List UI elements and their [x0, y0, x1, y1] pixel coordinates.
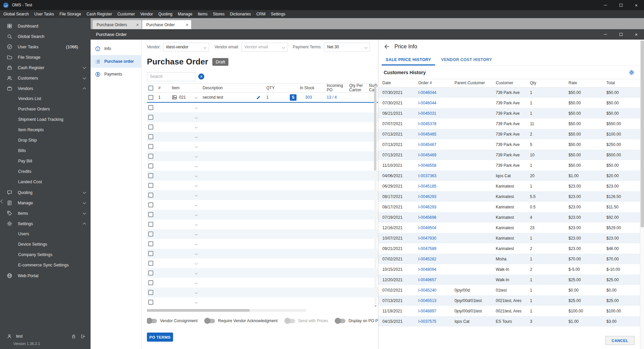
scrollbar-thumb[interactable] [147, 309, 250, 312]
item-dropdown-icon[interactable] [195, 165, 198, 167]
sidebar-subitem-landed-cost[interactable]: Landed Cost [0, 177, 91, 187]
item-dropdown-icon[interactable] [195, 126, 198, 128]
row-checkbox[interactable] [148, 290, 153, 295]
sidebar-item-quoting[interactable]: Quoting [0, 187, 91, 198]
minimize-button[interactable] [598, 0, 613, 10]
incoming-po-link[interactable]: 13 / 4 [327, 95, 337, 100]
item-dropdown-icon[interactable] [195, 272, 198, 274]
row-checkbox[interactable] [148, 154, 153, 159]
order-number-link[interactable]: I-0045282 [414, 254, 450, 264]
row-checkbox[interactable] [148, 241, 153, 246]
sidebar-item-user-tasks[interactable]: User Tasks(1066) [0, 42, 91, 52]
sidebar-subitem-pay-bill[interactable]: Pay Bill [0, 156, 91, 166]
menu-quoting[interactable]: Quoting [156, 10, 175, 18]
order-number-link[interactable]: I-0049657 [414, 275, 450, 285]
scroll-up-icon[interactable] [375, 83, 377, 85]
item-dropdown-icon[interactable] [195, 185, 198, 187]
order-number-link[interactable]: I-0045696 [414, 212, 450, 222]
row-checkbox[interactable] [148, 222, 153, 227]
menu-settings[interactable]: Settings [268, 10, 288, 18]
logout-icon[interactable] [80, 334, 85, 339]
order-number-link[interactable]: I-0045469 [414, 150, 450, 160]
po-terms-button[interactable]: PO TERMS [147, 333, 173, 342]
po-minimize-button[interactable] [598, 29, 613, 40]
sidebar-item-dashboard[interactable]: Dashboard [0, 21, 91, 31]
row-checkbox[interactable] [148, 163, 153, 168]
row-checkbox[interactable] [148, 95, 153, 100]
order-number-link[interactable]: I-0049504 [414, 222, 450, 233]
search-input[interactable] [147, 72, 195, 81]
item-dropdown-icon[interactable] [195, 116, 198, 118]
item-dropdown-icon[interactable] [195, 136, 198, 138]
po-nav-payments[interactable]: Payments [91, 68, 141, 81]
sidebar-item-manage[interactable]: Manage [0, 198, 91, 208]
sidebar-subitem-vendors-list[interactable]: Vendors List [0, 94, 91, 104]
menu-file-storage[interactable]: File Storage [57, 10, 84, 18]
order-number-link[interactable]: I-0045465 [414, 129, 450, 139]
qty-cell[interactable]: 1S [265, 94, 299, 101]
menu-cash-register[interactable]: Cash Register [84, 10, 115, 18]
item-dropdown-icon[interactable] [195, 253, 198, 255]
toggle-send-with-prices[interactable]: Send with Prices [285, 318, 328, 323]
order-number-link[interactable]: I-0037363 [414, 170, 450, 181]
row-checkbox[interactable] [148, 202, 153, 207]
po-close-button[interactable]: × [629, 29, 644, 40]
cancel-button[interactable]: CANCEL [605, 336, 635, 345]
clear-search-button[interactable]: ✕ [198, 73, 204, 80]
scroll-down-icon[interactable] [375, 305, 377, 307]
order-number-link[interactable]: I-0046044 [414, 98, 450, 108]
item-dropdown-icon[interactable] [195, 204, 198, 206]
item-dropdown-icon[interactable] [195, 282, 198, 284]
table-vertical-scrollbar[interactable] [374, 83, 377, 307]
order-number-link[interactable]: I-0045240 [414, 285, 450, 295]
po-nav-info[interactable]: Info [91, 42, 141, 55]
vendor-email-select[interactable] [241, 43, 287, 52]
sidebar-subitem-shipment-load-tracking[interactable]: Shipment Load Tracking [0, 114, 91, 125]
sidebar-item-settings[interactable]: Settings [0, 218, 91, 229]
row-checkbox[interactable] [148, 280, 153, 285]
order-number-link[interactable]: I-0045378 [414, 118, 450, 129]
sidebar-subitem-credits[interactable]: Credits [0, 166, 91, 177]
horizontal-scrollbar[interactable] [147, 309, 306, 312]
row-checkbox[interactable] [148, 115, 153, 120]
order-number-link[interactable]: I-0046293 [414, 191, 450, 202]
tab-close-icon[interactable]: × [136, 22, 139, 27]
edit-icon[interactable] [256, 95, 261, 100]
sidebar-subitem-e-commerce-sync-settings[interactable]: E-commerce Sync Settings [0, 260, 91, 270]
vertical-scrollbar[interactable] [640, 40, 644, 349]
row-checkbox[interactable] [148, 270, 153, 276]
toggle-switch[interactable] [285, 319, 295, 323]
close-button[interactable]: × [629, 0, 644, 10]
sidebar-subitem-bills[interactable]: Bills [0, 146, 91, 156]
row-checkbox[interactable] [148, 134, 153, 139]
toggle-display-on-po-pdf-custom[interactable]: Display on PO Pdf Custom [335, 318, 378, 323]
menu-crm[interactable]: CRM [254, 10, 268, 18]
vendor-email-input[interactable] [242, 43, 287, 51]
item-dropdown-icon[interactable] [195, 233, 198, 235]
order-number-link[interactable]: I-0037575 [414, 316, 450, 327]
item-dropdown-icon[interactable] [195, 155, 198, 157]
order-number-link[interactable]: I-0046044 [414, 87, 450, 98]
po-restore-button[interactable] [613, 29, 629, 40]
order-number-link[interactable]: I-0045513 [414, 295, 450, 306]
toggle-switch[interactable] [147, 319, 157, 323]
item-dropdown-icon[interactable] [195, 301, 198, 303]
sidebar-subitem-company-settings[interactable]: Company Settings [0, 250, 91, 260]
menu-global-search[interactable]: Global Search [1, 10, 32, 18]
menu-customer[interactable]: Customer [115, 10, 138, 18]
item-dropdown-icon[interactable] [195, 175, 198, 177]
sidebar-subitem-device-settings[interactable]: Device Settings [0, 239, 91, 250]
item-dropdown-icon[interactable] [195, 194, 198, 196]
sidebar-subitem-item-receipts[interactable]: Item Receipts [0, 125, 91, 135]
order-number-link[interactable]: I-0048558 [414, 160, 450, 170]
back-icon[interactable] [384, 44, 390, 50]
sidebar-subitem-purchase-orders[interactable]: Purchase Orders [0, 104, 91, 114]
toggle-switch[interactable] [335, 319, 345, 323]
sidebar-item-global-search[interactable]: Global Search [0, 31, 91, 42]
sidebar-item-items[interactable]: Items [0, 208, 91, 218]
scrollbar-thumb[interactable] [374, 87, 376, 170]
row-checkbox[interactable] [148, 173, 153, 178]
sidebar-subitem-users[interactable]: Users [0, 229, 91, 239]
order-number-link[interactable]: I-0048094 [414, 264, 450, 275]
row-checkbox[interactable] [148, 193, 153, 198]
